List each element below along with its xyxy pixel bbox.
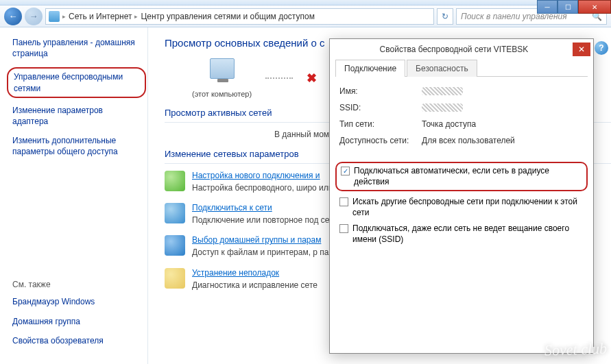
chevron-right-icon: ▸	[62, 13, 66, 20]
hidden-ssid-checkbox[interactable]	[339, 224, 348, 233]
highlight-annotation: ✓ Подключаться автоматически, если сеть …	[335, 162, 588, 191]
new-connection-icon	[165, 171, 185, 191]
chevron-right-icon: ▸	[134, 13, 138, 20]
highlight-annotation: Управление беспроводными сетями	[7, 67, 146, 97]
window-minimize-button[interactable]: ─	[537, 0, 558, 14]
breadcrumb-segment[interactable]: Центр управления сетями и общим доступом	[141, 12, 315, 21]
computer-icon	[210, 58, 235, 79]
tab-connection[interactable]: Подключение	[335, 60, 405, 77]
connection-line	[265, 77, 293, 79]
this-computer-label: (этот компьютер)	[192, 90, 252, 98]
hidden-ssid-label: Подключаться, даже если сеть не ведет ве…	[352, 223, 584, 245]
window-titlebar: ─ ☐ ✕	[0, 0, 611, 5]
search-other-label: Искать другие беспроводные сети при подк…	[352, 197, 584, 218]
availability-label: Доступность сети:	[339, 136, 422, 145]
search-other-checkbox[interactable]	[339, 197, 348, 206]
help-icon[interactable]: ?	[595, 41, 608, 55]
refresh-button[interactable]: ↻	[437, 8, 453, 25]
ssid-label: SSID:	[339, 103, 422, 112]
name-label: Имя:	[339, 86, 422, 96]
dialog-title: Свойства беспроводной сети VITEBSK	[335, 45, 573, 54]
navigation-bar: ← → ▸ Сеть и Интернет ▸ Центр управления…	[0, 5, 611, 27]
sidebar: Панель управления - домашняя страница Уп…	[0, 27, 148, 364]
dialog-tabs: Подключение Безопасность	[335, 60, 588, 77]
availability-value: Для всех пользователей	[422, 136, 515, 145]
network-type-label: Тип сети:	[339, 119, 422, 129]
connect-icon	[165, 203, 185, 223]
see-also-internet-options[interactable]: Свойства обозревателя	[12, 335, 143, 346]
wireless-properties-dialog: Свойства беспроводной сети VITEBSK ✕ Под…	[329, 38, 594, 354]
see-also-firewall[interactable]: Брандмауэр Windows	[12, 296, 143, 307]
nav-back-button[interactable]: ←	[4, 8, 22, 25]
breadcrumb-segment[interactable]: Сеть и Интернет	[69, 12, 132, 21]
breadcrumb[interactable]: ▸ Сеть и Интернет ▸ Центр управления сет…	[45, 8, 434, 25]
sidebar-item-sharing[interactable]: Изменить дополнительные параметры общего…	[12, 135, 141, 157]
auto-connect-label: Подключаться автоматически, если сеть в …	[354, 166, 582, 187]
dialog-close-button[interactable]: ✕	[573, 43, 590, 56]
nav-forward-button[interactable]: →	[25, 8, 43, 25]
sidebar-item-wireless[interactable]: Управление беспроводными сетями	[14, 71, 139, 93]
network-type-value: Точка доступа	[422, 119, 476, 129]
sidebar-home-link[interactable]: Панель управления - домашняя страница	[12, 37, 141, 59]
dialog-titlebar[interactable]: Свойства беспроводной сети VITEBSK ✕	[330, 39, 593, 60]
window-close-button[interactable]: ✕	[578, 0, 611, 14]
window-maximize-button[interactable]: ☐	[558, 0, 578, 14]
ssid-value-redacted	[422, 104, 463, 112]
disconnected-icon: ✖	[307, 71, 317, 86]
auto-connect-checkbox[interactable]: ✓	[341, 167, 350, 175]
see-also-label: См. также	[12, 280, 143, 289]
sidebar-item-adapter[interactable]: Изменение параметров адаптера	[12, 105, 141, 127]
homegroup-icon	[165, 235, 185, 256]
control-panel-icon	[49, 11, 60, 22]
troubleshoot-icon	[165, 268, 185, 289]
see-also-homegroup[interactable]: Домашняя группа	[12, 316, 143, 327]
name-value-redacted	[422, 87, 463, 95]
tab-security[interactable]: Безопасность	[407, 60, 477, 77]
